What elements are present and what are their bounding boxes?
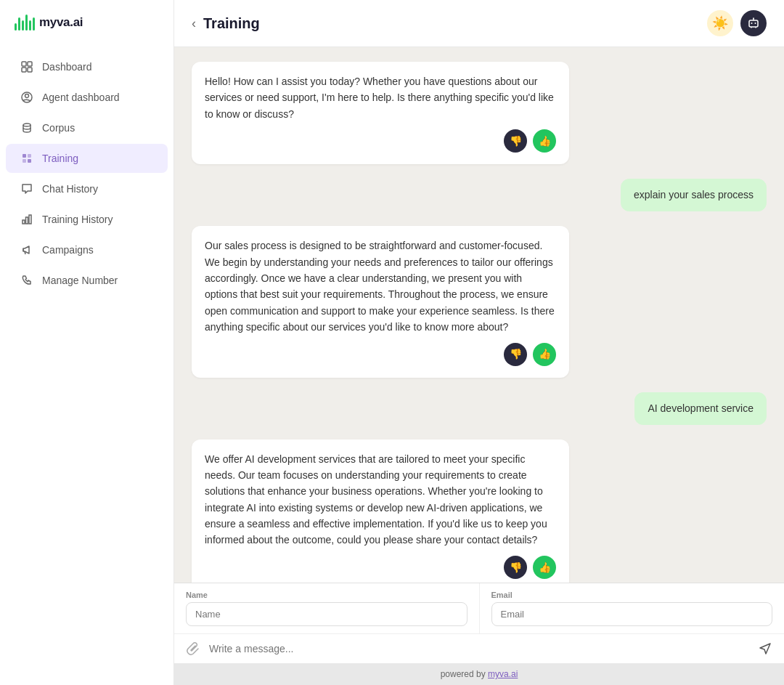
- sidebar-item-label-corpus: Corpus: [42, 122, 75, 134]
- sun-icon-button[interactable]: ☀️: [707, 10, 733, 36]
- bot-message-3: We offer AI development services that ar…: [192, 439, 569, 583]
- svg-rect-2: [22, 68, 26, 72]
- main-content: ‹ Training ☀️ Hello! How can I assist: [174, 0, 784, 685]
- sidebar-item-label-chat-history: Chat History: [42, 183, 98, 195]
- logo: myva.ai: [15, 15, 83, 31]
- sidebar-item-label-training: Training: [42, 153, 78, 164]
- svg-point-16: [755, 23, 756, 24]
- bot-icon-button[interactable]: [740, 10, 767, 36]
- svg-rect-0: [22, 62, 26, 66]
- sidebar-item-training[interactable]: Training: [6, 144, 168, 173]
- bot-message-2: Our sales process is designed to be stra…: [192, 226, 569, 377]
- sidebar-item-label-manage-number: Manage Number: [42, 275, 118, 286]
- bot-message-1-text: Hello! How can I assist you today? Wheth…: [205, 76, 554, 120]
- feedback-btns-2: 👎 👍: [205, 343, 556, 366]
- svg-rect-12: [26, 217, 28, 224]
- bar-chart-icon: [20, 213, 33, 226]
- logo-bar-3: [22, 20, 24, 31]
- thumbs-down-btn-1[interactable]: 👎: [504, 129, 527, 153]
- user-message-1-text: explain your sales process: [634, 189, 754, 200]
- bottom-area: Name Email: [174, 583, 784, 663]
- user-message-wrap-2: AI development service: [192, 392, 767, 425]
- bot-message-3-text: We offer AI development services that ar…: [205, 453, 547, 546]
- logo-bar-2: [18, 17, 20, 31]
- name-field-container: Name: [174, 583, 480, 633]
- bot-message-2-text: Our sales process is designed to be stra…: [205, 240, 555, 333]
- back-button[interactable]: ‹: [192, 16, 196, 31]
- svg-rect-3: [28, 68, 32, 72]
- sidebar-item-label-dashboard: Dashboard: [42, 61, 92, 73]
- logo-bar-4: [25, 15, 28, 31]
- svg-point-6: [23, 123, 30, 126]
- thumbs-up-btn-1[interactable]: 👍: [533, 129, 556, 153]
- chat-area: Hello! How can I assist you today? Wheth…: [174, 47, 784, 583]
- svg-rect-14: [749, 20, 758, 27]
- logo-bar-6: [33, 17, 35, 31]
- thumbs-down-btn-2[interactable]: 👎: [504, 343, 527, 366]
- email-input[interactable]: [491, 602, 773, 626]
- sidebar-item-chat-history[interactable]: Chat History: [6, 174, 168, 203]
- thumbs-down-btn-3[interactable]: 👎: [504, 556, 527, 579]
- sidebar-item-manage-number[interactable]: Manage Number: [6, 266, 168, 295]
- header: ‹ Training ☀️: [174, 0, 784, 47]
- feedback-btns-1: 👎 👍: [205, 129, 556, 153]
- thumbs-up-btn-3[interactable]: 👍: [533, 556, 556, 579]
- sidebar-item-label-campaigns: Campaigns: [42, 244, 94, 256]
- thumbs-up-btn-2[interactable]: 👍: [533, 343, 556, 366]
- logo-bar-1: [15, 23, 17, 31]
- attach-button[interactable]: [186, 641, 200, 656]
- sparkle-icon: [20, 152, 33, 165]
- sidebar-item-label-training-history: Training History: [42, 214, 113, 225]
- send-button[interactable]: [758, 641, 772, 656]
- bot-message-1: Hello! How can I assist you today? Wheth…: [192, 62, 569, 164]
- svg-rect-1: [28, 62, 32, 66]
- database-icon: [20, 121, 33, 134]
- sidebar-item-corpus[interactable]: Corpus: [6, 113, 168, 142]
- user-message-1: explain your sales process: [621, 179, 767, 211]
- name-label: Name: [186, 591, 467, 599]
- logo-bar-5: [29, 20, 31, 31]
- name-input[interactable]: [186, 602, 467, 626]
- header-left: ‹ Training: [192, 15, 260, 32]
- user-message-2-text: AI development service: [648, 402, 754, 414]
- user-circle-icon: [20, 91, 33, 104]
- svg-point-17: [753, 17, 754, 19]
- chat-icon: [20, 182, 33, 195]
- svg-point-5: [25, 94, 29, 98]
- powered-by-link[interactable]: myva.ai: [488, 669, 518, 679]
- phone-icon: [20, 274, 33, 287]
- powered-by-footer: powered by myva.ai: [174, 663, 784, 685]
- svg-point-15: [751, 23, 753, 24]
- email-label: Email: [491, 591, 773, 599]
- svg-rect-8: [28, 154, 31, 158]
- logo-text: myva.ai: [39, 15, 83, 30]
- svg-rect-7: [23, 154, 26, 158]
- sidebar-item-dashboard[interactable]: Dashboard: [6, 52, 168, 81]
- message-bar: [174, 634, 784, 663]
- user-message-2: AI development service: [634, 392, 767, 425]
- svg-rect-13: [29, 215, 31, 224]
- sidebar-item-training-history[interactable]: Training History: [6, 205, 168, 234]
- svg-rect-11: [23, 220, 25, 224]
- sidebar: myva.ai Dashboard: [0, 0, 174, 685]
- logo-icon: [15, 15, 35, 31]
- sidebar-item-label-agent-dashboard: Agent dashboard: [42, 92, 120, 103]
- email-field-container: Email: [480, 583, 785, 633]
- feedback-btns-3: 👎 👍: [205, 556, 556, 579]
- megaphone-icon: [20, 243, 33, 256]
- logo-area: myva.ai: [0, 0, 173, 45]
- grid-icon: [20, 60, 33, 73]
- message-input[interactable]: [209, 643, 749, 654]
- sidebar-item-campaigns[interactable]: Campaigns: [6, 235, 168, 264]
- svg-rect-9: [23, 159, 26, 163]
- page-title: Training: [203, 15, 260, 32]
- header-right: ☀️: [707, 10, 767, 36]
- form-fields: Name Email: [174, 583, 784, 634]
- powered-by-text: powered by: [441, 669, 488, 679]
- nav-menu: Dashboard Agent dashboard Co: [0, 45, 173, 302]
- user-message-wrap-1: explain your sales process: [192, 179, 767, 211]
- sidebar-item-agent-dashboard[interactable]: Agent dashboard: [6, 83, 168, 112]
- svg-rect-10: [28, 159, 31, 163]
